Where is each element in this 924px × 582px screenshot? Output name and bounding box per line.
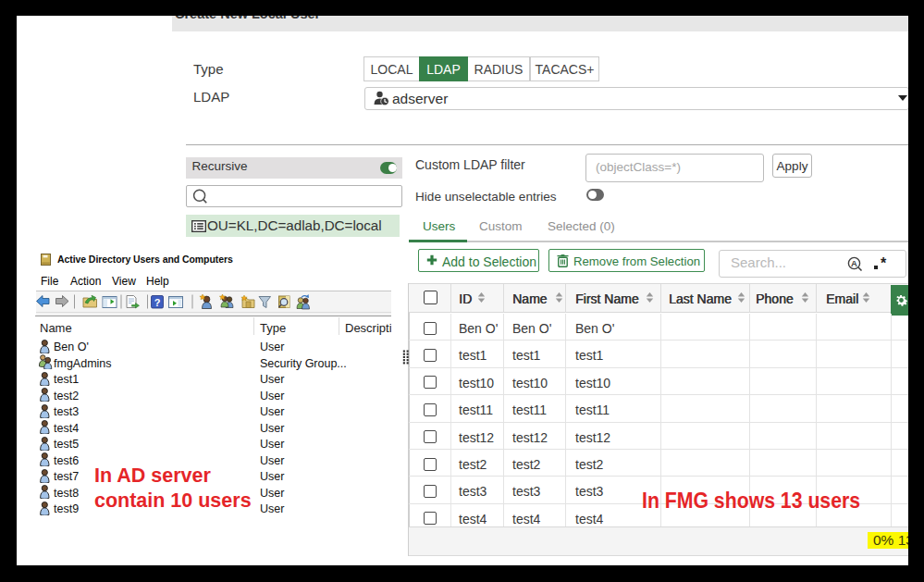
svg-text:*: * [881, 257, 887, 270]
svg-text:?: ? [154, 297, 161, 308]
svg-text:A: A [851, 258, 857, 268]
